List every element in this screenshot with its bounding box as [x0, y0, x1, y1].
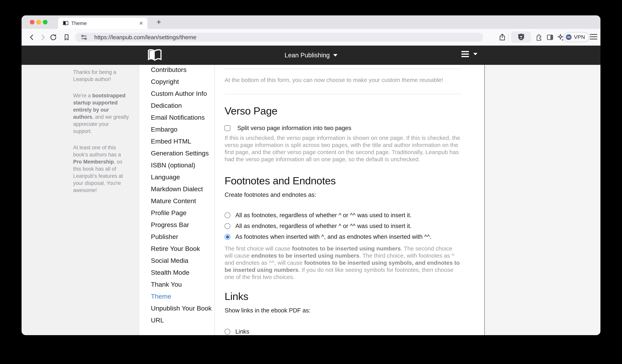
book-switcher[interactable]: Lean Publishing	[285, 46, 338, 65]
sidebar-item-custom-author-info[interactable]: Custom Author Info	[139, 88, 214, 99]
sidebar-item-contributors[interactable]: Contributors	[139, 65, 214, 76]
sidebar-toggle-icon[interactable]	[546, 34, 554, 41]
page-background-panel	[485, 65, 601, 335]
sidebar-item-isbn[interactable]: ISBN (optional)	[139, 159, 214, 171]
window-minimize-button[interactable]	[36, 20, 41, 24]
forward-icon[interactable]	[39, 34, 47, 41]
footnotes-prompt: Create footnotes and endnotes as:	[225, 192, 461, 198]
sidebar-item-unpublish-your-book[interactable]: Unpublish Your Book	[139, 302, 214, 314]
section-divider	[225, 94, 461, 94]
section-divider	[225, 69, 461, 69]
sidebar-item-thank-you[interactable]: Thank You	[139, 278, 214, 290]
chevron-down-icon	[473, 53, 477, 55]
toolbar-divider	[508, 33, 508, 41]
sidebar-item-copyright[interactable]: Copyright	[139, 76, 214, 88]
bookmark-icon[interactable]	[63, 34, 70, 41]
extensions-puzzle-icon[interactable]	[535, 34, 543, 41]
tab-close-icon[interactable]: ✕	[139, 20, 143, 26]
sidebar-item-retire-your-book[interactable]: Retire Your Book	[139, 243, 214, 254]
footnotes-option-row[interactable]: All as endnotes, regardless of whether ^…	[225, 221, 461, 231]
tab-title: Theme	[71, 20, 139, 26]
sidebar-item-dedication[interactable]: Dedication	[139, 99, 214, 111]
footnotes-option-row[interactable]: As footnotes when inserted with ^, and a…	[225, 231, 461, 242]
radio-all-footnotes[interactable]	[225, 212, 230, 218]
sidebar-item-progress-bar[interactable]: Progress Bar	[139, 219, 214, 231]
page-content: Thanks for being a Leanpub author! We're…	[21, 65, 601, 335]
links-radio-group: Links	[225, 326, 461, 335]
back-icon[interactable]	[28, 34, 36, 41]
radio-mixed-footnotes-endnotes[interactable]	[225, 234, 230, 240]
radio-all-endnotes[interactable]	[225, 223, 230, 229]
sidebar-item-generation-settings[interactable]: Generation Settings	[139, 147, 214, 159]
footnotes-option-row[interactable]: All as footnotes, regardless of whether …	[225, 210, 461, 221]
sidebar-item-stealth-mode[interactable]: Stealth Mode	[139, 267, 214, 278]
sidebar-item-embargo[interactable]: Embargo	[139, 123, 214, 135]
sidebar-item-social-media[interactable]: Social Media	[139, 254, 214, 267]
split-verso-checkbox[interactable]	[225, 125, 230, 131]
reusable-theme-notice: At the bottom of this form, you can now …	[225, 76, 461, 84]
share-icon[interactable]	[498, 34, 506, 41]
author-info-sidebar: Thanks for being a Leanpub author! We're…	[21, 65, 139, 335]
window-maximize-button[interactable]	[43, 20, 48, 24]
vpn-label: VPN	[574, 34, 585, 40]
sidebar-item-profile-page[interactable]: Profile Page	[139, 207, 214, 219]
settings-menu: Contributors Copyright Custom Author Inf…	[139, 65, 215, 335]
radio-label[interactable]: All as endnotes, regardless of whether ^…	[235, 223, 412, 230]
new-tab-button[interactable]: +	[154, 17, 164, 27]
verso-page-heading: Verso Page	[225, 104, 461, 118]
sidebar-thanks-text: Thanks for being a Leanpub author!	[73, 69, 129, 83]
sidebar-item-language[interactable]: Language	[139, 171, 214, 183]
sidebar-item-mature-content[interactable]: Mature Content	[139, 195, 214, 207]
book-title: Lean Publishing	[285, 52, 330, 59]
theme-settings-form: At the bottom of this form, you can now …	[215, 65, 485, 335]
vpn-status-icon	[566, 34, 572, 40]
sidebar-item-embed-html[interactable]: Embed HTML	[139, 135, 214, 147]
sidebar-item-markdown-dialect[interactable]: Markdown Dialect	[139, 183, 214, 195]
footnotes-heading: Footnotes and Endnotes	[225, 174, 461, 188]
browser-menu-icon[interactable]	[590, 34, 597, 39]
sidebar-item-url[interactable]: URL	[139, 314, 214, 326]
radio-label[interactable]: All as footnotes, regardless of whether …	[235, 212, 412, 219]
url-text[interactable]: https://leanpub.com/lean/settings/theme	[94, 34, 196, 40]
footnotes-radio-group: All as footnotes, regardless of whether …	[225, 210, 461, 242]
sidebar-item-email-notifications[interactable]: Email Notifications	[139, 111, 214, 123]
window-close-button[interactable]	[30, 20, 35, 24]
verso-help-text: If this is unchecked, the verso page inf…	[225, 134, 461, 163]
radio-links[interactable]	[225, 329, 230, 335]
brave-shield-icon[interactable]	[517, 33, 525, 41]
site-controls-icon[interactable]	[81, 34, 87, 40]
browser-toolbar: https://leanpub.com/lean/settings/theme	[21, 29, 601, 46]
links-option-row[interactable]: Links	[225, 326, 461, 335]
tab-strip: Theme ✕ +	[21, 15, 601, 29]
tab-favicon-book-icon	[63, 21, 69, 26]
chevron-down-icon	[333, 54, 337, 57]
address-bar[interactable]: https://leanpub.com/lean/settings/theme	[75, 33, 483, 42]
links-prompt: Show links in the ebook PDF as:	[225, 307, 461, 314]
browser-window: Theme ✕ + https://leanpub.com/lean/set	[21, 15, 601, 335]
browser-tab[interactable]: Theme ✕	[58, 18, 147, 29]
sidebar-item-publisher[interactable]: Publisher	[139, 231, 214, 243]
split-verso-label[interactable]: Split verso page information into two pa…	[237, 125, 351, 132]
leanpub-logo-icon[interactable]	[147, 49, 162, 61]
footnotes-help-text: The first choice will cause footnotes to…	[225, 245, 461, 281]
site-menu-button[interactable]	[461, 51, 477, 57]
reload-icon[interactable]	[50, 34, 57, 41]
site-header: Lean Publishing	[21, 46, 601, 65]
sidebar-item-theme[interactable]: Theme	[139, 290, 214, 302]
split-verso-checkbox-row[interactable]: Split verso page information into two pa…	[225, 125, 461, 132]
sidebar-pro-membership-text: At least one of this book's authors has …	[73, 144, 129, 194]
vpn-button[interactable]: VPN	[564, 32, 589, 42]
radio-label[interactable]: Links	[235, 328, 249, 335]
sidebar-bootstrap-text: We're a bootstrapped startup supported e…	[73, 92, 129, 135]
radio-label[interactable]: As footnotes when inserted with ^, and a…	[235, 233, 431, 240]
links-heading: Links	[225, 289, 461, 303]
menu-bars-icon	[461, 51, 469, 57]
